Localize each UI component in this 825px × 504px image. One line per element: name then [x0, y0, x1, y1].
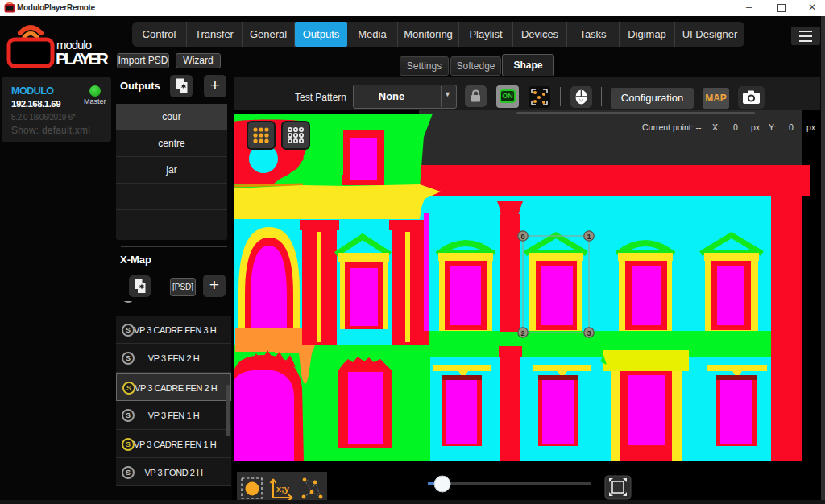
- svg-text:PLAYER: PLAYER: [56, 49, 109, 68]
- svg-text:2: 2: [520, 329, 524, 337]
- svg-text:3: 3: [587, 329, 591, 337]
- svg-text:x;y: x;y: [276, 484, 290, 494]
- svg-text:1: 1: [587, 233, 591, 241]
- svg-text:0: 0: [520, 233, 524, 241]
